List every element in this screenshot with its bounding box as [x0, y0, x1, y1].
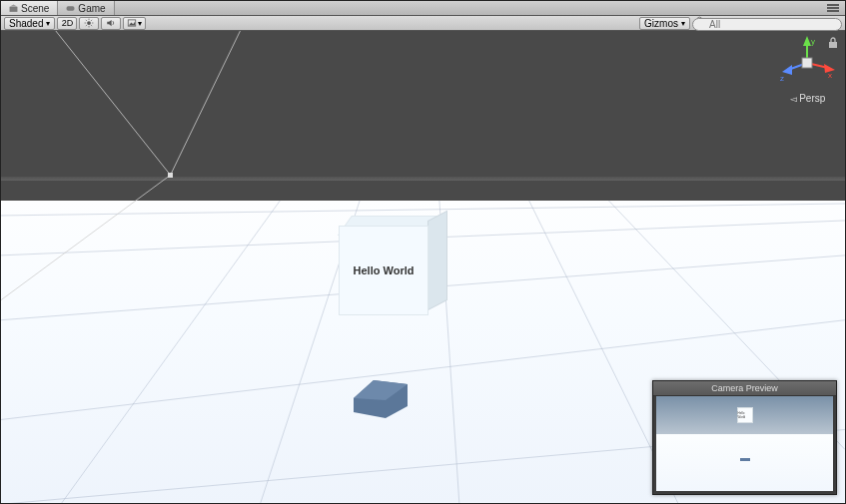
svg-rect-3 — [827, 4, 839, 6]
sun-icon — [84, 18, 94, 28]
cube-shadow — [346, 370, 416, 420]
orientation-gizmo[interactable]: y x z — [780, 36, 835, 91]
camera-preview-title: Camera Preview — [653, 381, 836, 396]
svg-marker-15 — [108, 20, 112, 26]
svg-rect-0 — [10, 6, 18, 11]
search-wrap — [692, 14, 842, 32]
game-icon — [66, 4, 75, 13]
svg-line-12 — [92, 25, 93, 26]
chevron-down-icon: ▾ — [681, 19, 685, 28]
speaker-icon — [106, 18, 116, 28]
projection-label[interactable]: ◅ Persp — [780, 93, 835, 104]
lighting-toggle-button[interactable] — [79, 17, 99, 30]
search-input[interactable] — [692, 18, 842, 31]
scene-viewport[interactable]: Hello World y x z ◅ Persp Camera Preview… — [1, 31, 845, 503]
scene-toolbar: Shaded ▾ 2D ▾ Gizmos ▾ — [1, 16, 845, 31]
svg-rect-4 — [827, 7, 839, 9]
camera-gizmo[interactable] — [168, 173, 173, 178]
tab-game[interactable]: Game — [58, 1, 114, 15]
svg-rect-41 — [802, 58, 812, 68]
gizmos-dropdown[interactable]: Gizmos ▾ — [639, 17, 690, 30]
svg-rect-2 — [67, 6, 75, 11]
svg-marker-17 — [129, 22, 135, 26]
axis-x-label: x — [828, 71, 832, 80]
svg-marker-36 — [803, 36, 811, 46]
scene-sky — [1, 31, 845, 201]
preview-shadow — [740, 458, 750, 461]
text-cube-object[interactable]: Hello World — [339, 226, 438, 325]
projection-text: Persp — [799, 93, 825, 104]
gizmos-label: Gizmos — [644, 18, 678, 29]
scene-horizon — [1, 177, 845, 181]
svg-rect-42 — [829, 42, 837, 48]
camera-preview-body: Hello World — [656, 396, 833, 491]
axis-y-label: y — [811, 37, 815, 46]
2d-toggle-label: 2D — [62, 18, 74, 28]
cube-side-face — [427, 211, 447, 311]
axis-z-label: z — [780, 74, 784, 83]
panel-menu-icon — [827, 3, 839, 13]
svg-line-13 — [86, 25, 87, 26]
preview-cube: Hello World — [737, 407, 753, 423]
shading-mode-dropdown[interactable]: Shaded ▾ — [4, 17, 55, 30]
svg-point-6 — [88, 21, 92, 25]
svg-marker-1 — [10, 4, 18, 6]
svg-line-14 — [92, 20, 93, 21]
cube-front-face: Hello World — [339, 226, 428, 315]
chevron-down-icon: ▾ — [46, 19, 50, 28]
panel-menu[interactable] — [827, 1, 845, 15]
svg-rect-5 — [827, 10, 839, 12]
audio-toggle-button[interactable] — [101, 17, 121, 30]
camera-preview-panel[interactable]: Camera Preview Hello World — [652, 380, 837, 495]
shading-mode-label: Shaded — [9, 18, 43, 29]
2d-toggle-button[interactable]: 2D — [57, 17, 77, 30]
tab-game-label: Game — [78, 3, 105, 14]
scene-icon — [9, 4, 18, 13]
tab-scene-label: Scene — [21, 3, 49, 14]
preview-ground — [656, 434, 833, 491]
fx-toggle-button[interactable]: ▾ — [123, 17, 146, 30]
tab-scene[interactable]: Scene — [1, 1, 58, 15]
image-icon — [127, 18, 137, 28]
cube-text: Hello World — [354, 264, 415, 276]
svg-line-11 — [86, 20, 87, 21]
lock-icon[interactable] — [828, 37, 838, 49]
chevron-down-icon: ▾ — [138, 19, 142, 28]
